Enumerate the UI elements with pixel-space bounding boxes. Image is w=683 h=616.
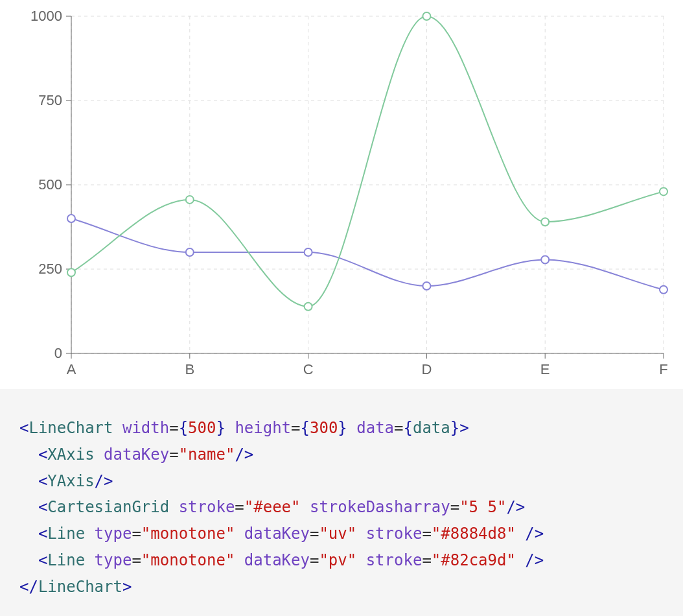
code-str: "pv": [319, 551, 356, 569]
series-uv: [71, 219, 664, 290]
code-attr: stroke: [366, 525, 423, 543]
x-tick-label: A: [67, 361, 76, 377]
data-point-pv: [423, 12, 430, 20]
code-angle: </: [19, 578, 38, 596]
code-angle: <: [38, 498, 47, 516]
code-brace: {: [179, 419, 188, 437]
data-point-pv: [67, 268, 75, 276]
code-tag: XAxis: [47, 445, 94, 464]
x-tick-label: D: [421, 361, 432, 377]
line-chart: 02505007501000ABCDEF: [0, 0, 683, 389]
code-attr: data: [356, 419, 394, 437]
code-angle: <: [38, 551, 47, 569]
code-eq: =: [394, 419, 403, 437]
code-angle: >: [459, 419, 469, 437]
data-point-pv: [541, 218, 549, 226]
code-tag: CartesianGrid: [47, 498, 169, 516]
y-tick-label: 0: [54, 345, 62, 361]
data-point-uv: [423, 282, 430, 290]
x-tick-label: C: [303, 361, 314, 377]
code-eq: =: [422, 525, 431, 543]
code-str: "5 5": [459, 498, 506, 516]
code-eq: =: [132, 525, 141, 543]
code-num: 500: [188, 419, 216, 437]
code-eq: =: [422, 551, 431, 569]
code-angle: <: [19, 419, 29, 437]
code-angle: />: [525, 525, 544, 543]
data-point-uv: [186, 248, 194, 256]
code-str: "#eee": [244, 498, 301, 516]
code-angle: />: [235, 445, 253, 464]
code-tag: Line: [47, 551, 85, 569]
code-attr: dataKey: [244, 525, 310, 543]
data-point-uv: [305, 248, 312, 256]
code-attr: stroke: [179, 498, 235, 516]
data-point-uv: [541, 255, 549, 263]
code-attr: dataKey: [244, 551, 310, 569]
code-angle: <: [38, 472, 47, 490]
code-tag: Line: [47, 525, 85, 543]
code-brace: }: [450, 419, 459, 437]
x-tick-label: E: [540, 361, 550, 377]
data-point-uv: [660, 286, 667, 294]
code-eq: =: [450, 498, 459, 516]
x-tick-label: B: [185, 361, 194, 377]
code-eq: =: [169, 419, 178, 437]
y-tick-label: 500: [38, 176, 62, 193]
y-tick-label: 750: [38, 92, 62, 108]
code-eq: =: [291, 419, 300, 437]
y-tick-label: 1000: [30, 8, 62, 24]
code-str: "name": [179, 445, 235, 464]
code-angle: <: [38, 525, 47, 543]
code-attr: stroke: [366, 551, 423, 569]
code-str: "#82ca9d": [432, 551, 516, 569]
code-angle: />: [525, 551, 544, 569]
code-attr: type: [95, 525, 132, 543]
chart-svg: 02505007501000ABCDEF: [0, 0, 683, 389]
code-brace: }: [216, 419, 225, 437]
code-eq: =: [310, 525, 319, 543]
code-attr: dataKey: [104, 445, 169, 464]
code-tag: LineChart: [29, 419, 113, 437]
code-num: 300: [310, 419, 338, 437]
code-brace: {: [301, 419, 310, 437]
code-example: <LineChart width={500} height={300} data…: [0, 389, 683, 616]
data-point-pv: [305, 303, 312, 311]
code-angle: />: [95, 472, 113, 490]
code-angle: >: [122, 578, 132, 596]
code-brace: {: [404, 419, 413, 437]
code-tag: LineChart: [38, 578, 122, 596]
code-angle: />: [506, 498, 525, 516]
data-point-pv: [186, 196, 194, 204]
code-angle: <: [38, 445, 47, 464]
code-ident: data: [413, 419, 450, 437]
code-attr: strokeDasharray: [310, 498, 450, 516]
code-str: "uv": [319, 525, 356, 543]
code-attr: height: [235, 419, 291, 437]
code-eq: =: [310, 551, 319, 569]
code-eq: =: [235, 498, 244, 516]
x-tick-label: F: [659, 361, 667, 377]
code-str: "monotone": [141, 551, 235, 569]
code-brace: }: [338, 419, 347, 437]
code-tag: YAxis: [47, 472, 94, 490]
data-point-pv: [660, 187, 667, 195]
code-eq: =: [132, 551, 141, 569]
code-attr: type: [95, 551, 132, 569]
code-str: "monotone": [141, 525, 235, 543]
code-str: "#8884d8": [432, 525, 516, 543]
code-eq: =: [169, 445, 178, 464]
y-tick-label: 250: [38, 261, 62, 277]
data-point-uv: [67, 215, 75, 222]
code-attr: width: [122, 419, 169, 437]
